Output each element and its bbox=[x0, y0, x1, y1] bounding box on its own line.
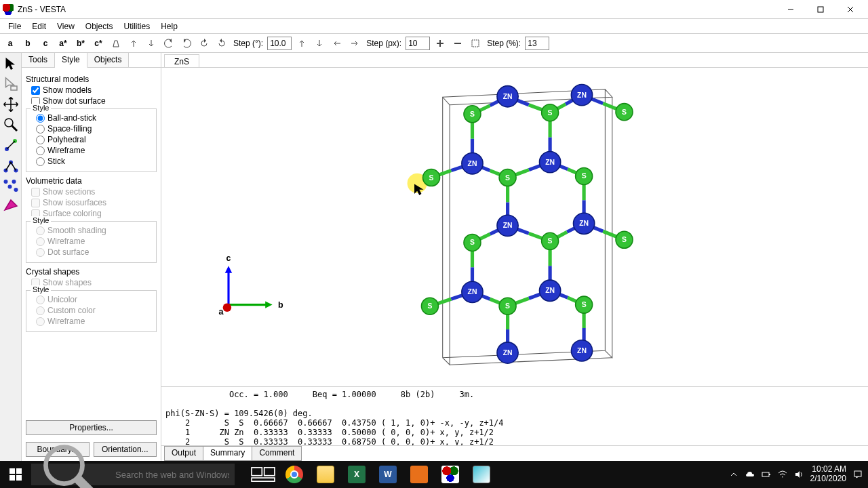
task-view-icon[interactable] bbox=[248, 461, 278, 488]
polyhedral-radio[interactable]: Polyhedral bbox=[36, 135, 152, 144]
svg-text:ZN: ZN bbox=[545, 159, 555, 166]
svg-text:ZN: ZN bbox=[503, 222, 513, 229]
svg-rect-135 bbox=[762, 472, 769, 476]
tab-objects[interactable]: Objects bbox=[87, 53, 130, 67]
maximize-button[interactable] bbox=[806, 0, 835, 19]
tray-volume-icon[interactable] bbox=[794, 470, 804, 479]
svg-point-26 bbox=[12, 180, 16, 184]
output-tab-summary[interactable]: Summary bbox=[203, 446, 252, 461]
tray-wifi-icon[interactable] bbox=[778, 470, 787, 479]
perspective-icon[interactable] bbox=[108, 36, 123, 51]
axis-b-button[interactable]: b bbox=[20, 36, 35, 51]
measure-dihedral-icon[interactable] bbox=[3, 178, 19, 194]
zoom-out-icon[interactable] bbox=[450, 36, 465, 51]
tray-onedrive-icon[interactable] bbox=[745, 470, 755, 479]
wireframe3-radio: Wireframe bbox=[36, 317, 152, 326]
space-filling-radio[interactable]: Space-filling bbox=[36, 124, 152, 134]
rotate-left-icon[interactable] bbox=[161, 36, 176, 51]
show-isosurfaces-checkbox: Show isosurfaces bbox=[31, 198, 157, 207]
fit-icon[interactable] bbox=[468, 36, 483, 51]
show-sections-checkbox: Show sections bbox=[31, 187, 157, 197]
taskbar-vesta-icon[interactable] bbox=[435, 461, 465, 488]
taskbar-chrome-icon[interactable] bbox=[279, 461, 309, 488]
system-tray[interactable]: 10:02 AM 2/10/2020 bbox=[729, 465, 868, 484]
translate-right-icon[interactable] bbox=[347, 36, 362, 51]
tray-chevron-up-icon[interactable] bbox=[729, 470, 738, 479]
svg-rect-15 bbox=[11, 86, 17, 90]
rotate-right-icon[interactable] bbox=[179, 36, 194, 51]
wireframe-radio[interactable]: Wireframe bbox=[36, 146, 152, 155]
taskbar-app1-icon[interactable] bbox=[404, 461, 434, 488]
svg-point-33 bbox=[223, 304, 232, 312]
menu-view[interactable]: View bbox=[52, 20, 80, 33]
axis-cstar-button[interactable]: c* bbox=[91, 36, 106, 51]
style-legend-3: Style bbox=[31, 285, 51, 293]
close-button[interactable] bbox=[835, 0, 865, 19]
rotate-up-icon[interactable] bbox=[126, 36, 141, 51]
tab-style[interactable]: Style bbox=[55, 53, 87, 68]
svg-text:ZN: ZN bbox=[577, 92, 587, 99]
rotate-cw-icon[interactable] bbox=[214, 36, 229, 51]
start-button[interactable] bbox=[0, 461, 31, 488]
svg-rect-138 bbox=[854, 471, 861, 476]
zoom-in-icon[interactable] bbox=[433, 36, 448, 51]
step-px-input[interactable] bbox=[406, 37, 430, 50]
step-deg-input[interactable] bbox=[267, 37, 292, 50]
tab-tools[interactable]: Tools bbox=[22, 53, 55, 67]
show-models-checkbox[interactable]: Show models bbox=[31, 85, 157, 95]
translate-down-icon[interactable] bbox=[312, 36, 327, 51]
svg-text:S: S bbox=[548, 237, 553, 245]
measure-distance-icon[interactable] bbox=[3, 137, 19, 153]
rotate-down-icon[interactable] bbox=[144, 36, 159, 51]
measure-angle-icon[interactable] bbox=[3, 157, 19, 174]
svg-line-131 bbox=[78, 479, 101, 488]
3d-viewport[interactable]: c b a bbox=[161, 68, 868, 386]
plane-tool-icon[interactable] bbox=[3, 198, 19, 214]
volumetric-style-group: Style Smooth shading Wireframe Dot surfa… bbox=[26, 221, 157, 263]
axis-astar-button[interactable]: a* bbox=[56, 36, 71, 51]
pointer-tool-icon[interactable] bbox=[3, 56, 19, 72]
ball-and-stick-radio[interactable]: Ball-and-stick bbox=[36, 113, 152, 123]
taskbar-explorer-icon[interactable] bbox=[311, 461, 340, 488]
search-icon bbox=[37, 438, 110, 488]
step-pct-input[interactable] bbox=[525, 37, 549, 50]
axis-bstar-button[interactable]: b* bbox=[73, 36, 88, 51]
taskbar-word-icon[interactable]: W bbox=[373, 461, 403, 488]
taskbar-photos-icon[interactable] bbox=[467, 461, 496, 488]
svg-point-25 bbox=[7, 185, 12, 189]
svg-text:S: S bbox=[427, 302, 432, 310]
stick-radio[interactable]: Stick bbox=[36, 157, 152, 166]
menu-utilities[interactable]: Utilities bbox=[119, 20, 156, 33]
menu-file[interactable]: File bbox=[3, 20, 26, 33]
axis-c-button[interactable]: c bbox=[38, 36, 53, 51]
tray-clock[interactable]: 10:02 AM 2/10/2020 bbox=[810, 465, 846, 484]
minimize-button[interactable] bbox=[776, 0, 806, 19]
translate-up-icon[interactable] bbox=[294, 36, 309, 51]
svg-text:S: S bbox=[505, 174, 510, 182]
output-tab-comment[interactable]: Comment bbox=[252, 446, 302, 461]
tray-notifications-icon[interactable] bbox=[853, 470, 863, 479]
menu-help[interactable]: Help bbox=[155, 20, 183, 33]
move-tool-icon[interactable] bbox=[3, 96, 19, 113]
left-toolstrip bbox=[0, 53, 22, 461]
output-text[interactable]: Occ. = 1.000 Beq = 1.00000 8b (2b) 3m. p… bbox=[161, 387, 868, 446]
doc-tab-zns[interactable]: ZnS bbox=[164, 54, 199, 67]
menu-objects[interactable]: Objects bbox=[80, 20, 119, 33]
properties-button[interactable]: Properties... bbox=[26, 420, 157, 435]
svg-text:ZN: ZN bbox=[503, 349, 513, 357]
axis-a-button[interactable]: a bbox=[3, 36, 18, 51]
translate-left-icon[interactable] bbox=[330, 36, 344, 51]
step-pct-label: Step (%): bbox=[486, 39, 522, 48]
output-tab-output[interactable]: Output bbox=[164, 446, 203, 461]
tray-battery-icon[interactable] bbox=[762, 470, 771, 479]
taskbar-search-input[interactable] bbox=[115, 470, 229, 480]
zoom-tool-icon[interactable] bbox=[3, 117, 19, 133]
svg-rect-127 bbox=[16, 468, 22, 474]
taskbar-search[interactable] bbox=[31, 464, 235, 485]
select-rect-tool-icon[interactable] bbox=[3, 76, 19, 92]
svg-text:S: S bbox=[470, 239, 475, 246]
svg-marker-32 bbox=[265, 301, 272, 308]
taskbar-excel-icon[interactable]: X bbox=[342, 461, 372, 488]
menu-edit[interactable]: Edit bbox=[26, 20, 52, 33]
rotate-ccw-icon[interactable] bbox=[197, 36, 212, 51]
